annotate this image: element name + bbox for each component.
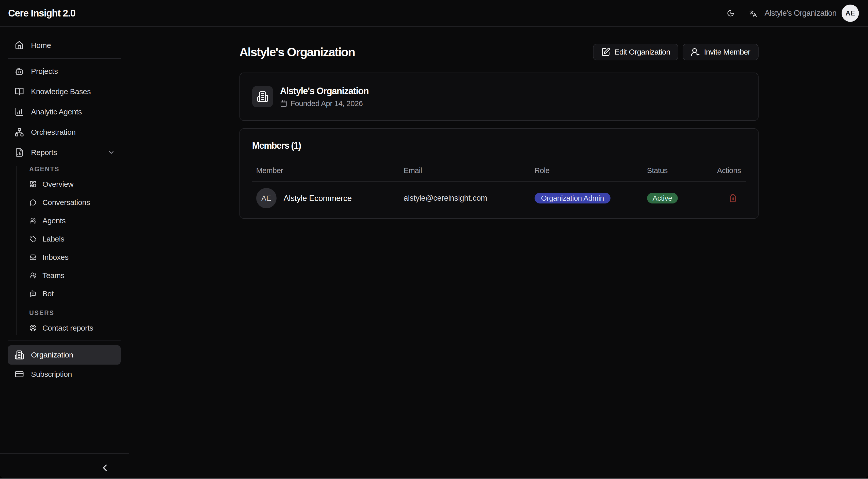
member-row: AE Alstyle Ecommerce aistyle@cereinsight…	[252, 182, 746, 208]
column-header-member: Member	[252, 166, 400, 175]
sidebar-item-teams[interactable]: Teams	[29, 268, 121, 283]
organization-name: Alstyle's Organization	[280, 85, 369, 97]
sidebar-item-bot[interactable]: Bot	[29, 287, 121, 301]
theme-toggle-button[interactable]	[727, 9, 735, 17]
organization-founded: Founded Apr 14, 2026	[280, 99, 369, 108]
sidebar-item-reports[interactable]: Reports	[8, 145, 121, 160]
topbar-org-name: Alstyle's Organization	[765, 9, 837, 18]
building-2-icon	[257, 91, 269, 102]
column-header-status: Status	[643, 166, 713, 175]
member-cell: AE Alstyle Ecommerce	[252, 188, 400, 208]
inbox-icon	[29, 254, 37, 261]
chevron-left-icon	[99, 462, 111, 473]
topbar-actions: Alstyle's Organization AE	[727, 5, 859, 22]
sidebar-item-label: Overview	[42, 180, 73, 189]
sidebar-item-projects[interactable]: Projects	[8, 63, 121, 79]
sidebar-item-label: Projects	[31, 67, 58, 76]
square-pen-icon	[601, 47, 614, 57]
tag-icon	[29, 235, 37, 243]
column-header-actions: Actions	[713, 166, 746, 175]
member-avatar: AE	[256, 188, 277, 208]
members-table-header: Member Email Role Status Actions	[252, 166, 746, 175]
message-circle-icon	[29, 199, 37, 206]
sidebar-item-label: Orchestration	[31, 128, 76, 136]
languages-icon	[749, 9, 757, 17]
layout-dashboard-icon	[29, 181, 37, 188]
sidebar-item-label: Bot	[42, 289, 54, 298]
sidebar-item-analytic-agents[interactable]: Analytic Agents	[8, 104, 121, 120]
invite-member-label: Invite Member	[704, 48, 750, 56]
user-plus-icon	[691, 47, 704, 57]
sidebar-item-label: Home	[31, 41, 51, 50]
user-avatar[interactable]: AE	[842, 5, 859, 22]
members-card: Members (1) Member Email Role Status Act…	[240, 128, 758, 219]
section-label-users: USERS	[29, 310, 121, 316]
organization-founded-text: Founded Apr 14, 2026	[290, 99, 363, 108]
sidebar-nav: Home Projects Knowledge Bases Analyt	[8, 38, 121, 384]
credit-card-icon	[14, 370, 24, 379]
member-actions-cell	[713, 194, 746, 202]
users-round-icon	[29, 272, 37, 279]
chevron-down-icon	[107, 149, 115, 156]
sidebar-item-label: Teams	[42, 271, 64, 280]
network-icon	[14, 128, 24, 137]
edit-organization-label: Edit Organization	[614, 48, 670, 56]
delete-member-button[interactable]	[728, 194, 737, 202]
bot-message-square-icon	[29, 290, 37, 297]
sidebar-footer	[0, 453, 129, 477]
sidebar-item-label: Conversations	[42, 198, 90, 207]
app-window: Cere Insight 2.0 Alstyle's Organization …	[0, 0, 868, 478]
members-title: Members (1)	[252, 140, 746, 151]
sidebar-item-label: Organization	[31, 351, 73, 359]
home-icon	[14, 41, 24, 50]
member-email: aistyle@cereinsight.com	[400, 194, 530, 203]
sidebar-item-label: Reports	[31, 148, 57, 157]
sidebar-item-overview[interactable]: Overview	[29, 177, 121, 191]
sidebar: Home Projects Knowledge Bases Analyt	[0, 27, 129, 477]
invite-member-button[interactable]: Invite Member	[683, 44, 758, 60]
sidebar-item-inboxes[interactable]: Inboxes	[29, 250, 121, 264]
sidebar-item-label: Analytic Agents	[31, 108, 82, 116]
sidebar-item-subscription[interactable]: Subscription	[8, 365, 121, 384]
member-role-cell: Organization Admin	[530, 193, 643, 203]
status-badge: Active	[647, 193, 678, 203]
file-chart-column-icon	[14, 148, 24, 157]
member-status-cell: Active	[643, 193, 713, 203]
language-button[interactable]	[749, 9, 757, 17]
sidebar-item-orchestration[interactable]: Orchestration	[8, 124, 121, 140]
top-bar: Cere Insight 2.0 Alstyle's Organization …	[0, 0, 868, 27]
trash-icon	[728, 194, 737, 202]
sidebar-item-label: Subscription	[31, 370, 72, 379]
moon-icon	[727, 9, 735, 17]
sidebar-item-label: Labels	[42, 235, 64, 243]
sidebar-item-conversations[interactable]: Conversations	[29, 195, 121, 210]
sidebar-item-label: Knowledge Bases	[31, 87, 91, 96]
sidebar-item-labels[interactable]: Labels	[29, 232, 121, 246]
collapse-sidebar-button[interactable]	[99, 462, 111, 473]
circle-user-round-icon	[29, 324, 37, 332]
sidebar-separator	[8, 58, 121, 59]
building-2-icon	[14, 350, 24, 360]
column-header-email: Email	[400, 166, 530, 175]
sidebar-item-agents[interactable]: Agents	[29, 214, 121, 228]
organization-info: Alstyle's Organization Founded Apr 14, 2…	[280, 85, 369, 108]
sidebar-item-contact-reports[interactable]: Contact reports	[29, 321, 121, 335]
organization-avatar	[252, 86, 273, 107]
book-open-icon	[14, 87, 24, 96]
sidebar-item-home[interactable]: Home	[8, 38, 121, 53]
sidebar-item-label: Inboxes	[42, 253, 68, 262]
page-actions: Edit Organization Invite Member	[593, 44, 758, 60]
sidebar-item-knowledge-bases[interactable]: Knowledge Bases	[8, 84, 121, 99]
bot-icon	[14, 67, 24, 76]
role-badge: Organization Admin	[534, 193, 611, 203]
users-icon	[29, 217, 37, 224]
section-label-agents: AGENTS	[29, 166, 121, 172]
sidebar-item-organization[interactable]: Organization	[8, 345, 121, 365]
app-title: Cere Insight 2.0	[8, 8, 75, 19]
page-title: Alstyle's Organization	[240, 45, 355, 59]
window-bottom-edge	[0, 478, 868, 479]
edit-organization-button[interactable]: Edit Organization	[593, 44, 678, 60]
sidebar-separator	[8, 340, 121, 340]
page-header: Alstyle's Organization Edit Organization…	[240, 44, 758, 60]
organization-card: Alstyle's Organization Founded Apr 14, 2…	[240, 73, 758, 121]
